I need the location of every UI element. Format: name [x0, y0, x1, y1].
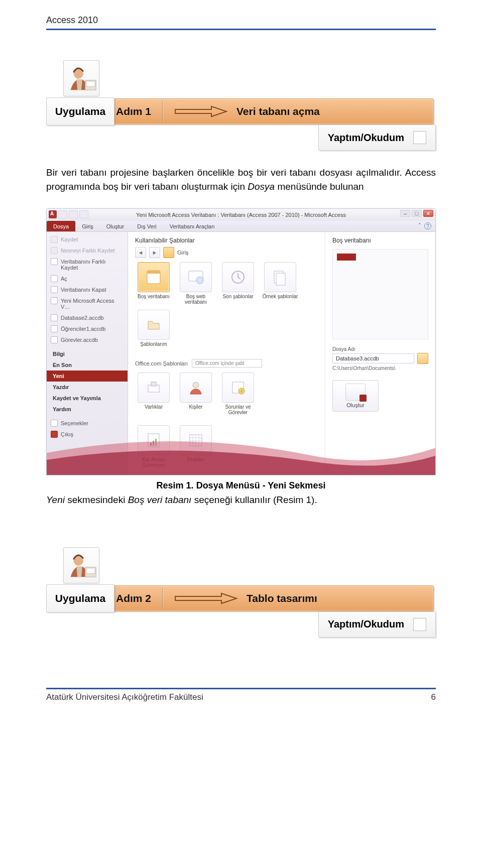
step2-adim: Adım 2 — [116, 592, 151, 604]
para2-t1: sekmesindeki — [65, 494, 128, 505]
page-footer: Atatürk Üniversitesi Açıköğretim Fakülte… — [46, 692, 436, 702]
para2-t2: seçeneği kullanılır (Resim 1). — [191, 494, 317, 505]
backstage-sidebar: Kaydet Nesneyi Farklı Kaydet Veritabanın… — [47, 232, 128, 475]
sidebar-item-bilgi[interactable]: Bilgi — [47, 348, 128, 359]
ribbon-tab-vtaraclari[interactable]: Veritabanı Araçları — [163, 221, 221, 231]
figure-1-caption: Resim 1. Dosya Menüsü - Yeni Sekmesi — [46, 480, 436, 491]
step1-yaptim-checkbox[interactable] — [413, 131, 426, 144]
para1-em1: Dosya — [248, 181, 275, 192]
window-maximize-button[interactable]: □ — [412, 210, 422, 217]
file-name-label: Dosya Adı — [332, 346, 428, 352]
sidebar-item-recent-3[interactable]: Öğrenciler1.accdb — [47, 323, 128, 334]
paragraph-2: Yeni sekmesindeki Boş veri tabanı seçene… — [46, 493, 436, 507]
footer-page-number: 6 — [431, 692, 436, 702]
qat-save-icon[interactable] — [58, 210, 67, 218]
window-minimize-button[interactable]: – — [400, 210, 410, 217]
svg-point-12 — [193, 382, 199, 388]
para1-t2: menüsünde bulunan — [275, 181, 364, 192]
ribbon-tabs: Dosya Giriş Oluştur Dış Veri Veritabanı … — [47, 221, 435, 232]
template-blank-web-db[interactable]: Boş web veritabanı — [177, 262, 214, 305]
mascot-illustration-2 — [63, 547, 99, 583]
access-titlebar: Yeni Microsoft Access Veritabanı : Verit… — [47, 209, 435, 221]
ribbon-minimize-icon[interactable]: ˄ — [418, 222, 421, 229]
para1-t1: Bir veri tabanı projesine başlarken önce… — [46, 167, 436, 192]
template-sample[interactable]: Örnek şablonlar — [262, 262, 299, 305]
footer-rule — [46, 688, 436, 689]
header-rule — [46, 29, 436, 30]
step1-yaptim-box: Yaptım/Okudum — [318, 125, 436, 151]
nav-back-icon[interactable]: ◄ — [135, 247, 146, 258]
step2-separator — [162, 588, 163, 609]
svg-rect-17 — [150, 443, 152, 446]
template-sorunlar[interactable]: ! Sorunlar ve Görevler — [219, 373, 257, 415]
template-recent[interactable]: Son şablonlar — [219, 262, 257, 305]
recent-file-icon — [51, 314, 58, 321]
sidebar-item-yazdir[interactable]: Yazdır — [47, 382, 128, 393]
template-kar-amaci[interactable]: Kar Amacı Gütmeyen — [135, 425, 172, 468]
step2-yaptim-box: Yaptım/Okudum — [318, 611, 436, 638]
sidebar-item-vt-farkli[interactable]: Veritabanını Farklı Kaydet — [47, 256, 128, 273]
nav-fwd-icon[interactable]: ► — [149, 247, 160, 258]
sidebar-item-recent-1[interactable]: Yeni Microsoft Access V… — [47, 295, 128, 312]
save-icon — [51, 236, 58, 243]
ribbon-tab-olustur[interactable]: Oluştur — [100, 221, 131, 231]
svg-rect-2 — [86, 81, 95, 87]
sidebar-item-kaydet[interactable]: Kaydet — [47, 234, 128, 245]
recent-file-icon — [51, 325, 58, 332]
ribbon-tab-disveri[interactable]: Dış Veri — [131, 221, 163, 231]
template-varliklar[interactable]: Varlıklar — [135, 373, 172, 415]
svg-point-6 — [196, 277, 203, 284]
officecom-search-input[interactable]: Office.com içinde şabl — [192, 359, 262, 367]
paragraph-1: Bir veri tabanı projesine başlarken önce… — [46, 166, 436, 193]
right-panel-title: Boş veritabanı — [332, 237, 428, 244]
step-bar-2: Adım 2 Tablo tasarımı Uygulama — [46, 585, 436, 611]
step1-uygulama-label: Uygulama — [46, 97, 114, 126]
page-header-title: Access 2010 — [46, 15, 436, 26]
qat-redo-icon[interactable] — [79, 210, 88, 218]
exit-icon — [51, 431, 58, 438]
quick-access-toolbar — [49, 210, 88, 218]
template-blank-db[interactable]: Boş veritabanı — [135, 262, 172, 305]
create-button[interactable]: Oluştur — [332, 380, 379, 412]
sidebar-item-kapat[interactable]: Veritabanını Kapat — [47, 284, 128, 295]
blank-db-preview — [332, 249, 428, 339]
recent-file-icon — [51, 336, 58, 343]
window-close-button[interactable]: × — [423, 210, 433, 217]
help-icon[interactable]: ? — [424, 222, 431, 229]
sidebar-item-secenekler[interactable]: Seçenekler — [47, 418, 128, 429]
template-my-templates[interactable]: Şablonlarım — [135, 310, 172, 347]
access-window-title: Yeni Microsoft Access Veritabanı : Verit… — [136, 212, 346, 218]
access-screenshot: Yeni Microsoft Access Veritabanı : Verit… — [46, 208, 436, 475]
nav-home-icon[interactable] — [163, 247, 174, 258]
file-name-input[interactable]: Database3.accdb — [332, 353, 414, 363]
svg-rect-18 — [153, 441, 154, 446]
sidebar-item-enson[interactable]: En Son — [47, 359, 128, 370]
svg-rect-23 — [86, 568, 95, 573]
sidebar-item-yardim[interactable]: Yardım — [47, 404, 128, 415]
step1-adim: Adım 1 — [116, 105, 151, 117]
sidebar-item-yeni[interactable]: Yeni — [47, 370, 128, 382]
qat-undo-icon[interactable] — [69, 210, 78, 218]
step2-yaptim-checkbox[interactable] — [413, 618, 426, 631]
template-projeler[interactable]: Projeler — [177, 425, 214, 468]
sidebar-item-ac[interactable]: Aç — [47, 273, 128, 284]
footer-left: Atatürk Üniversitesi Açıköğretim Fakülte… — [46, 692, 203, 702]
svg-rect-19 — [155, 439, 157, 446]
sidebar-item-recent-2[interactable]: Database2.accdb — [47, 312, 128, 323]
options-icon — [51, 420, 58, 427]
ribbon-tab-giris[interactable]: Giriş — [75, 221, 100, 231]
new-db-right-panel: Boş veritabanı Dosya Adı Database3.accdb… — [325, 232, 435, 475]
sidebar-item-recent-4[interactable]: Görevler.accdb — [47, 334, 128, 345]
sidebar-item-kaydet-yayimla[interactable]: Kaydet ve Yayımla — [47, 393, 128, 404]
sidebar-item-nesne-farkli[interactable]: Nesneyi Farklı Kaydet — [47, 245, 128, 256]
svg-text:!: ! — [241, 389, 242, 394]
step2-yaptim-label: Yaptım/Okudum — [328, 618, 404, 630]
nav-crumb: Giriş — [177, 250, 189, 256]
sidebar-item-cikis[interactable]: Çıkış — [47, 429, 128, 440]
browse-folder-icon[interactable] — [417, 353, 428, 364]
recent-file-icon — [51, 297, 58, 304]
template-kisiler[interactable]: Kişiler — [177, 373, 214, 415]
ribbon-tab-dosya[interactable]: Dosya — [47, 221, 75, 231]
file-path-label: C:\Users\Orhan\Documents\ — [332, 365, 428, 371]
mascot-illustration — [63, 60, 99, 96]
